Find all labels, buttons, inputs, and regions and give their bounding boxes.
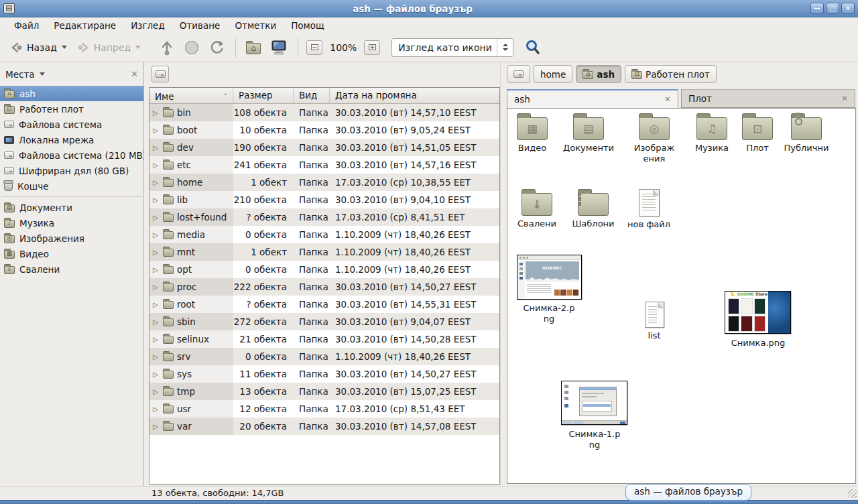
file-label[interactable]: Снимка-1.png (568, 429, 621, 450)
path-button-Работен плот[interactable]: ⊡Работен плот (625, 65, 717, 83)
minimize-button[interactable]: — (810, 3, 824, 14)
expander-icon[interactable]: ▷ (153, 405, 160, 413)
search-button[interactable] (520, 36, 546, 59)
expander-icon[interactable]: ▷ (153, 179, 160, 186)
expander-icon[interactable]: ▷ (153, 371, 160, 378)
back-button[interactable]: Назад (5, 39, 71, 56)
column-header-type[interactable]: Вид (294, 88, 330, 103)
expander-icon[interactable]: ▷ (153, 144, 160, 151)
folder-desktop[interactable]: ⊡ Плот (729, 117, 786, 153)
file-label[interactable]: Снимка-2.png (522, 303, 576, 324)
table-row-mnt[interactable]: ▷mnt1 обектПапка1.10.2009 (чт) 18,40,26 … (149, 243, 499, 261)
table-row-media[interactable]: ▷media0 обектаПапка1.10.2009 (чт) 18,40,… (149, 226, 499, 243)
file-label[interactable]: Снимка.png (729, 338, 788, 349)
folder-downloads[interactable]: ↓ Свалени (509, 193, 565, 229)
close-button[interactable]: ✕ (841, 3, 855, 14)
sidebar-item-Кошче[interactable]: Кошче (0, 178, 143, 194)
stop-button[interactable] (180, 37, 204, 58)
resize-grip[interactable] (848, 489, 857, 498)
table-row-dev[interactable]: ▷dev190 обектаПапка30.03.2010 (вт) 14,51… (149, 139, 499, 156)
sidebar-item-Локална мрежа[interactable]: Локална мрежа (0, 132, 143, 147)
table-row-root[interactable]: ▷root? обектаПапка30.03.2010 (вт) 14,55,… (149, 296, 499, 313)
table-row-sys[interactable]: ▷sys11 обектаПапка30.03.2010 (вт) 14,50,… (149, 365, 499, 383)
expander-icon[interactable]: ▷ (153, 423, 160, 430)
column-header-size[interactable]: Размер (233, 88, 294, 103)
path-button-ash[interactable]: ⌂ash (576, 65, 621, 83)
sidebar-item-Видео[interactable]: ▦Видео (0, 246, 143, 261)
menu-item-Помощ[interactable]: Помощ (284, 19, 332, 32)
sidebar-pane-selector[interactable]: Места (5, 69, 45, 80)
table-row-opt[interactable]: ▷opt0 обектаПапка1.10.2009 (чт) 18,40,26… (149, 261, 499, 278)
sidebar-item-Файлова система (210 MB)[interactable]: Файлова система (210 MB) (0, 147, 143, 163)
zoom-in-button[interactable]: + (364, 40, 380, 55)
back-dropdown-icon[interactable] (62, 46, 67, 49)
table-row-proc[interactable]: ▷proc222 обектаПапка30.03.2010 (вт) 14,5… (149, 278, 499, 296)
sidebar-item-Шифриран дял (80 GB)[interactable]: Шифриран дял (80 GB) (0, 163, 143, 178)
pane-splitter[interactable] (144, 62, 149, 486)
table-row-lib[interactable]: ▷lib210 обектаПапка30.03.2010 (вт) 9,04,… (149, 191, 499, 208)
path-button-filesystem[interactable] (507, 65, 530, 83)
expander-icon[interactable]: ▷ (153, 127, 160, 134)
expander-icon[interactable]: ▷ (153, 301, 160, 308)
reload-button[interactable] (205, 37, 229, 58)
home-button[interactable]: ⌂ (242, 38, 265, 57)
folder-templates[interactable]: Шаблони (565, 193, 621, 229)
forward-button[interactable]: Напред (72, 39, 145, 56)
computer-button[interactable] (266, 37, 292, 58)
sidebar-item-Файлова система[interactable]: Файлова система (0, 117, 143, 132)
table-row-var[interactable]: ▷var20 обектаПапка30.03.2010 (вт) 14,57,… (149, 418, 499, 435)
folder-documents[interactable]: ▤ Документи (560, 117, 617, 153)
sidebar-item-ash[interactable]: ⌂ash (0, 86, 143, 101)
menu-item-Файл[interactable]: Файл (7, 19, 46, 32)
folder-images[interactable]: ◎ Изображения (626, 117, 682, 164)
path-button-home[interactable]: home (534, 65, 572, 83)
table-row-tmp[interactable]: ▷tmp13 обектаПапка30.03.2010 (вт) 15,07,… (149, 383, 499, 400)
up-button[interactable] (156, 37, 178, 58)
file-new-file[interactable]: нов файл (621, 189, 677, 230)
sidebar-item-Музика[interactable]: ♪Музика (0, 215, 143, 231)
expander-icon[interactable]: ▷ (153, 266, 160, 273)
thumbnail-snimka[interactable]: 🦶 GNOME Store (725, 291, 791, 334)
maximize-button[interactable]: □ (826, 3, 839, 14)
table-row-home[interactable]: ▷home1 обектПапка17.03.2010 (ср) 10,38,5… (149, 174, 499, 191)
expander-icon[interactable]: ▷ (153, 249, 160, 256)
tab-close-icon[interactable]: ✕ (841, 94, 848, 103)
table-row-bin[interactable]: ▷bin108 обектаПапка30.03.2010 (вт) 14,57… (149, 104, 499, 121)
folder-video[interactable]: ▦ Видео (507, 117, 560, 153)
expander-icon[interactable]: ▷ (153, 162, 160, 169)
sidebar-close-icon[interactable]: ✕ (131, 69, 138, 79)
expander-icon[interactable]: ▷ (153, 109, 160, 117)
table-row-selinux[interactable]: ▷selinux21 обектаПапка30.03.2010 (вт) 14… (149, 330, 499, 348)
expander-icon[interactable]: ▷ (153, 214, 160, 221)
expander-icon[interactable]: ▷ (153, 284, 160, 291)
sidebar-item-Документи[interactable]: ▤Документи (0, 200, 143, 215)
forward-dropdown-icon[interactable] (135, 46, 141, 49)
menu-item-Изглед[interactable]: Изглед (123, 19, 172, 32)
expander-icon[interactable]: ▷ (153, 231, 160, 239)
table-row-sbin[interactable]: ▷sbin272 обектаПапка30.03.2010 (вт) 9,04… (149, 313, 499, 330)
expander-icon[interactable]: ▷ (153, 353, 160, 361)
sidebar-item-Свалени[interactable]: ↓Свалени (0, 261, 143, 277)
expander-icon[interactable]: ▷ (153, 336, 160, 343)
menu-item-Редактиране[interactable]: Редактиране (46, 19, 123, 32)
file-list[interactable]: list (635, 302, 673, 341)
folder-public[interactable]: Публични (778, 117, 835, 153)
column-header-date[interactable]: Дата на промяна (330, 88, 499, 103)
thumbnail-snimka-1[interactable] (561, 381, 627, 425)
view-mode-select[interactable]: Изглед като икони (391, 38, 513, 57)
zoom-out-button[interactable]: − (306, 40, 322, 55)
expander-icon[interactable]: ▷ (153, 388, 160, 395)
menu-item-Отметки[interactable]: Отметки (227, 19, 284, 32)
menu-item-Отиване[interactable]: Отиване (172, 19, 228, 32)
filesystem-root-button[interactable] (151, 66, 169, 82)
sidebar-item-Работен плот[interactable]: ⊡Работен плот (0, 101, 143, 117)
table-row-boot[interactable]: ▷boot10 обектаПапка30.03.2010 (вт) 9,05,… (149, 121, 499, 139)
table-row-lost+found[interactable]: ▷lost+found? обектаПапка17.03.2010 (ср) … (149, 208, 499, 226)
sidebar-item-Изображения[interactable]: ◎Изображения (0, 231, 143, 246)
expander-icon[interactable]: ▷ (153, 196, 160, 204)
tab-close-icon[interactable]: ✕ (664, 94, 671, 104)
thumbnail-snimka-2[interactable]: GUADEC (517, 255, 582, 300)
table-row-srv[interactable]: ▷srv0 обектаПапка1.10.2009 (чт) 18,40,26… (149, 348, 499, 365)
column-header-name[interactable]: Име ˅ (149, 88, 233, 103)
expander-icon[interactable]: ▷ (153, 318, 160, 326)
